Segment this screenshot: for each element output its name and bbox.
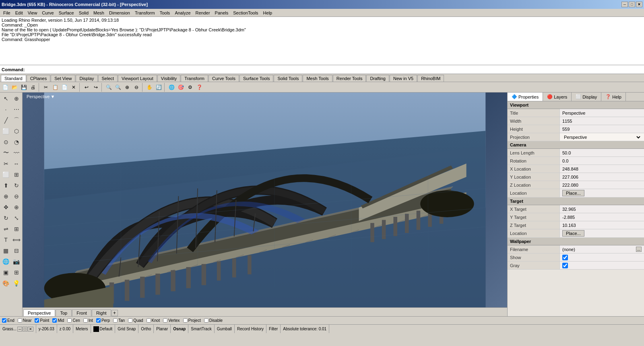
filename-browse-button[interactable]: ... — [636, 247, 642, 252]
gh-restore[interactable]: □ — [23, 327, 27, 332]
menu-solid[interactable]: Solid — [76, 10, 91, 16]
osnap-toggle[interactable]: Osnap — [171, 325, 188, 333]
tool-curve[interactable]: 〜 — [1, 148, 11, 158]
viewport-tab-top[interactable]: Top — [56, 309, 72, 316]
tool-point[interactable]: · — [1, 104, 11, 115]
toolbar-zoom-selected[interactable]: ⊖ — [132, 83, 141, 92]
tool-point-cloud[interactable]: ⋯ — [11, 104, 21, 115]
viewport-tab-front[interactable]: Front — [72, 309, 91, 316]
tab-solid-tools[interactable]: Solid Tools — [274, 75, 302, 82]
panel-tab-help[interactable]: ❓ Help — [601, 93, 626, 101]
toolbar-render[interactable]: 🌐 — [167, 83, 176, 92]
osnap-vertex-checkbox[interactable] — [163, 318, 167, 323]
minimize-button[interactable]: ─ — [621, 2, 628, 7]
tab-cplanes[interactable]: CPlanes — [27, 75, 51, 82]
tool-extrude[interactable]: ⬆ — [1, 180, 11, 191]
record-history-toggle[interactable]: Record History — [235, 325, 266, 333]
toolbar-open[interactable]: 📂 — [10, 83, 19, 92]
osnap-tan-checkbox[interactable] — [113, 318, 118, 323]
tool-material[interactable]: 🎨 — [1, 278, 11, 288]
toolbar-copy[interactable]: 📋 — [51, 83, 60, 92]
osnap-quad-checkbox[interactable] — [128, 318, 132, 323]
tab-rhinobim[interactable]: RhinoBIM — [417, 75, 444, 82]
tab-display[interactable]: Display — [76, 75, 97, 82]
toolbar-rotate[interactable]: 🔄 — [154, 83, 163, 92]
osnap-disable-checkbox[interactable] — [204, 318, 208, 323]
filter-toggle[interactable]: Filter — [266, 325, 281, 333]
tool-move[interactable]: ✥ — [1, 202, 11, 212]
menu-edit[interactable]: Edit — [13, 10, 25, 16]
tab-standard[interactable]: Standard — [1, 75, 26, 82]
toolbar-cut[interactable]: ✂ — [41, 83, 50, 92]
toolbar-zoom-out[interactable]: 🔍 — [114, 83, 122, 92]
gh-close[interactable]: ✕ — [28, 327, 33, 332]
tool-polygon[interactable]: ⬡ — [11, 126, 21, 136]
tool-mirror[interactable]: ⇌ — [1, 224, 11, 234]
panel-tab-layers[interactable]: 🔴 Layers — [543, 93, 572, 101]
menu-help[interactable]: Help — [261, 10, 275, 16]
gh-minimize[interactable]: ─ — [17, 327, 22, 332]
tool-render-btn[interactable]: 💡 — [11, 278, 21, 288]
gray-checkbox[interactable] — [562, 263, 568, 268]
tool-rect[interactable]: ⬜ — [1, 126, 11, 136]
tool-loft[interactable]: ⊞ — [11, 169, 21, 180]
menu-dimension[interactable]: Dimension — [107, 10, 132, 16]
show-checkbox[interactable] — [562, 255, 568, 260]
osnap-mid-checkbox[interactable] — [52, 318, 57, 323]
toolbar-delete[interactable]: ✕ — [69, 83, 78, 92]
osnap-project-checkbox[interactable] — [183, 318, 188, 323]
grid-snap-toggle[interactable]: Grid Snap — [115, 325, 138, 333]
menu-sectiontools[interactable]: SectionTools — [231, 10, 260, 16]
osnap-end-checkbox[interactable] — [2, 318, 6, 323]
projection-select[interactable]: Perspective Parallel — [562, 134, 642, 140]
tool-view-3d[interactable]: 🌐 — [1, 256, 11, 267]
tool-camera[interactable]: 📷 — [11, 256, 21, 267]
menu-mesh[interactable]: Mesh — [91, 10, 107, 16]
tool-layer[interactable]: ⊞ — [11, 267, 21, 278]
toolbar-options[interactable]: ⚙ — [186, 83, 194, 92]
viewport-dropdown-arrow[interactable]: ▼ — [50, 94, 55, 99]
toolbar-pan[interactable]: ✋ — [145, 83, 154, 92]
tool-select[interactable]: ↖ — [1, 93, 11, 104]
tool-hatch[interactable]: ▦ — [1, 245, 11, 256]
tool-line[interactable]: ╱ — [1, 115, 11, 126]
viewport-canvas[interactable] — [23, 93, 507, 307]
tool-extend[interactable]: ↔ — [11, 159, 21, 169]
toolbar-zoom-extents[interactable]: ⊕ — [123, 83, 132, 92]
prop-projection-value[interactable]: Perspective Parallel — [560, 133, 644, 141]
tool-boolean-union[interactable]: ⊕ — [1, 191, 11, 202]
gumball-toggle[interactable]: Gumball — [215, 325, 235, 333]
tab-select[interactable]: Select — [98, 75, 118, 82]
tool-circle[interactable]: ⊙ — [1, 137, 11, 147]
osnap-point-checkbox[interactable] — [35, 318, 39, 323]
tool-copy-move[interactable]: ⊕ — [11, 202, 21, 212]
smarttrack-toggle[interactable]: SmartTrack — [188, 325, 214, 333]
toolbar-zoom-in[interactable]: 🔍 — [104, 83, 113, 92]
tool-rotate[interactable]: ↻ — [1, 213, 11, 223]
menu-transform[interactable]: Transform — [132, 10, 157, 16]
osnap-int-checkbox[interactable] — [83, 318, 88, 323]
panel-tab-properties[interactable]: 🔷 Properties — [508, 93, 543, 101]
panel-tab-display[interactable]: ⬜ Display — [572, 93, 601, 101]
menu-panels[interactable]: Panels — [213, 10, 231, 16]
menu-tools[interactable]: Tools — [157, 10, 173, 16]
toolbar-paste[interactable]: 📄 — [60, 83, 69, 92]
menu-surface[interactable]: Surface — [56, 10, 76, 16]
tab-drafting[interactable]: Drafting — [366, 75, 389, 82]
maximize-button[interactable]: □ — [629, 2, 635, 7]
menu-file[interactable]: File — [1, 10, 13, 16]
tab-curve-tools[interactable]: Curve Tools — [208, 75, 239, 82]
osnap-cen-checkbox[interactable] — [67, 318, 72, 323]
tab-visibility[interactable]: Visibility — [157, 75, 181, 82]
tab-render-tools[interactable]: Render Tools — [333, 75, 366, 82]
command-input[interactable] — [26, 67, 642, 72]
viewport-tab-perspective[interactable]: Perspective — [23, 309, 55, 316]
tab-mesh-tools[interactable]: Mesh Tools — [303, 75, 332, 82]
tab-surface-tools[interactable]: Surface Tools — [239, 75, 273, 82]
tab-new-v5[interactable]: New in V5 — [390, 75, 417, 82]
tool-group[interactable]: ▣ — [1, 267, 11, 278]
tool-array[interactable]: ⊞ — [11, 224, 21, 234]
viewport-area[interactable]: Perspective ▼ — [23, 93, 507, 316]
tool-boolean-diff[interactable]: ⊖ — [11, 191, 21, 202]
tab-transform[interactable]: Transform — [181, 75, 208, 82]
